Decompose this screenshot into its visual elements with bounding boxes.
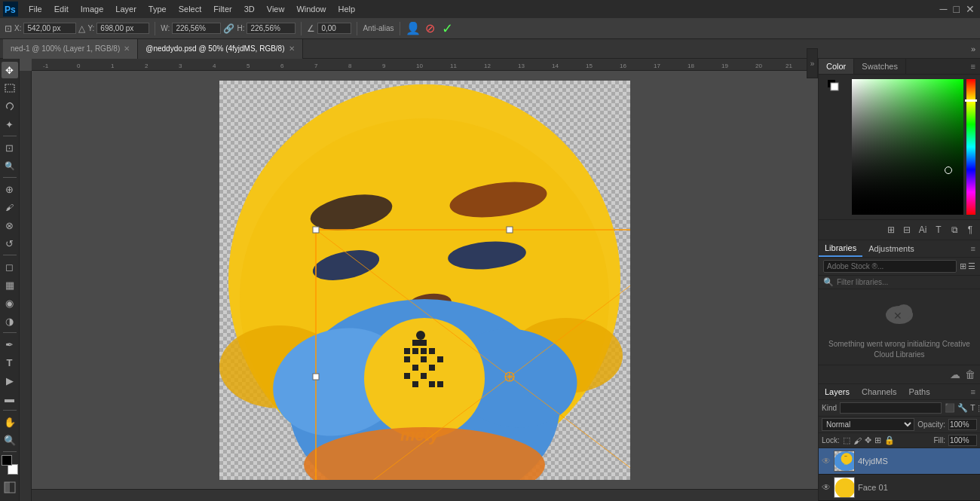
panel-icon-4[interactable]: T: [932, 223, 945, 237]
healing-tool-button[interactable]: ⊕: [2, 181, 18, 197]
libraries-grid-view-icon[interactable]: ⊞: [960, 261, 966, 271]
path-selection-button[interactable]: ▶: [2, 372, 18, 389]
gradient-tool-button[interactable]: ▦: [2, 276, 18, 293]
maximize-button[interactable]: □: [951, 3, 962, 15]
crop-tool-button[interactable]: ⊡: [2, 139, 18, 156]
w-input[interactable]: [172, 23, 221, 34]
lock-all-icon[interactable]: 🔒: [884, 435, 895, 445]
menu-type[interactable]: Type: [142, 3, 173, 15]
lock-transparent-icon[interactable]: ⬚: [843, 435, 850, 445]
shape-tool-button[interactable]: ▬: [2, 390, 18, 407]
type-layer-icon[interactable]: T: [970, 403, 975, 413]
lock-image-icon[interactable]: 🖌: [853, 436, 862, 445]
libraries-delete-icon[interactable]: 🗑: [965, 368, 975, 380]
layer-item-4fyjdms[interactable]: 👁 mety: [819, 448, 980, 475]
close-button[interactable]: ✕: [963, 3, 977, 15]
lasso-tool-button[interactable]: [2, 98, 18, 115]
layers-menu-icon[interactable]: ≡: [966, 384, 980, 399]
emoji-artwork: mety: [219, 81, 630, 480]
blend-mode-select[interactable]: Normal: [822, 418, 914, 431]
brush-tool-button[interactable]: 🖌: [2, 199, 18, 215]
move-tool-button[interactable]: ✥: [2, 62, 18, 78]
x-input[interactable]: [23, 23, 76, 34]
panel-icon-5[interactable]: ⧉: [948, 223, 961, 237]
tab-close-ned1[interactable]: ✕: [124, 44, 130, 53]
color-gradient-field[interactable]: [852, 79, 963, 215]
menu-filter[interactable]: Filter: [207, 3, 237, 15]
menu-layer[interactable]: Layer: [109, 3, 142, 15]
opacity-input[interactable]: [948, 419, 977, 430]
libraries-list-view-icon[interactable]: ☰: [968, 261, 975, 271]
lock-artboard-icon[interactable]: ⊞: [874, 435, 881, 445]
fill-label: Fill:: [933, 436, 945, 444]
menu-3d[interactable]: 3D: [238, 3, 261, 15]
menu-help[interactable]: Help: [332, 3, 362, 15]
tab-neddydo[interactable]: @neddydo.psd @ 50% (4fyjdMS, RGB/8) ✕: [138, 39, 302, 59]
eyedropper-tool-button[interactable]: 🔍: [2, 157, 18, 174]
libraries-menu-icon[interactable]: ≡: [966, 241, 980, 256]
adjustment-layer-icon[interactable]: 🔧: [957, 403, 968, 413]
fill-input[interactable]: [948, 435, 977, 446]
panel-icon-2[interactable]: ⊟: [900, 223, 914, 237]
clone-stamp-button[interactable]: ⊗: [2, 217, 18, 234]
menu-select[interactable]: Select: [173, 3, 208, 15]
foreground-color-swatch[interactable]: [2, 455, 12, 466]
angle-input[interactable]: [317, 23, 351, 34]
canvas-area[interactable]: -1 0 1 2 3 4 5 6 7 8 9 10 11 12 13 14 15…: [20, 59, 818, 501]
horizontal-scrollbar[interactable]: [32, 489, 818, 501]
tab-color[interactable]: Color: [819, 59, 854, 74]
y-input[interactable]: [96, 23, 149, 34]
svg-rect-47: [429, 348, 435, 354]
libraries-search-input[interactable]: [827, 262, 953, 270]
layer-item-face01[interactable]: 👁 Face 01: [819, 475, 980, 501]
color-mode-icon[interactable]: [827, 79, 842, 94]
magic-wand-tool-button[interactable]: ✦: [2, 116, 18, 133]
tab-channels[interactable]: Channels: [856, 384, 902, 399]
link-icon[interactable]: 🔗: [223, 23, 234, 34]
background-color-swatch[interactable]: [8, 464, 18, 475]
panel-collapse-button[interactable]: »: [807, 48, 818, 78]
libraries-add-icon[interactable]: ☁: [950, 368, 960, 380]
panel-collapse-btn[interactable]: »: [966, 44, 980, 53]
layer-visibility-4fyjdms[interactable]: 👁: [822, 456, 831, 466]
tab-swatches[interactable]: Swatches: [854, 59, 906, 74]
color-panel-menu-icon[interactable]: ≡: [966, 59, 980, 74]
menu-file[interactable]: File: [23, 3, 48, 15]
panel-icon-1[interactable]: ⊞: [884, 223, 898, 237]
minimize-button[interactable]: ─: [938, 3, 950, 15]
marquee-tool-button[interactable]: [2, 80, 18, 96]
hand-tool-button[interactable]: ✋: [2, 414, 18, 430]
menu-image[interactable]: Image: [75, 3, 110, 15]
libraries-filter-input[interactable]: [837, 278, 975, 286]
puppet-icon[interactable]: 👤: [406, 21, 421, 35]
eraser-tool-button[interactable]: ◻: [2, 258, 18, 275]
tab-close-neddydo[interactable]: ✕: [289, 44, 295, 53]
blur-tool-button[interactable]: ◉: [2, 295, 18, 311]
pen-tool-button[interactable]: ✒: [2, 336, 18, 353]
zoom-tool-button[interactable]: 🔍: [2, 432, 18, 448]
tab-ned1[interactable]: ned-1 @ 100% (Layer 1, RGB/8) ✕: [3, 39, 138, 59]
lock-position-icon[interactable]: ✥: [865, 435, 871, 445]
libraries-search-bar[interactable]: [823, 260, 957, 273]
panel-icon-6[interactable]: ¶: [963, 223, 977, 237]
kind-filter-input[interactable]: [840, 402, 942, 414]
history-brush-button[interactable]: ↺: [2, 235, 18, 252]
pixel-layer-icon[interactable]: ⬛: [945, 403, 955, 413]
panel-icon-3[interactable]: Ai: [916, 223, 929, 237]
tab-layers[interactable]: Layers: [819, 384, 856, 399]
tab-adjustments[interactable]: Adjustments: [862, 241, 920, 256]
menu-edit[interactable]: Edit: [48, 3, 75, 15]
confirm-transform-button[interactable]: ✓: [439, 20, 455, 37]
tab-libraries[interactable]: Libraries: [819, 240, 862, 257]
menu-view[interactable]: View: [261, 3, 291, 15]
hue-slider[interactable]: [966, 79, 975, 215]
cancel-transform-button[interactable]: ⊘: [423, 21, 437, 35]
layer-visibility-face01[interactable]: 👁: [822, 482, 831, 493]
menu-window[interactable]: Window: [290, 3, 332, 15]
h-input[interactable]: [247, 23, 296, 34]
tab-paths[interactable]: Paths: [903, 384, 936, 399]
quick-mask-button[interactable]: [2, 479, 18, 496]
type-tool-button[interactable]: T: [2, 354, 18, 371]
toolbox: ✥ ✦ ⊡ 🔍 ⊕ 🖌 ⊗ ↺ ◻ ▦ ◉ ◑ ✒ T ▶ ▬ ✋ 🔍: [0, 59, 20, 501]
dodge-tool-button[interactable]: ◑: [2, 313, 18, 329]
